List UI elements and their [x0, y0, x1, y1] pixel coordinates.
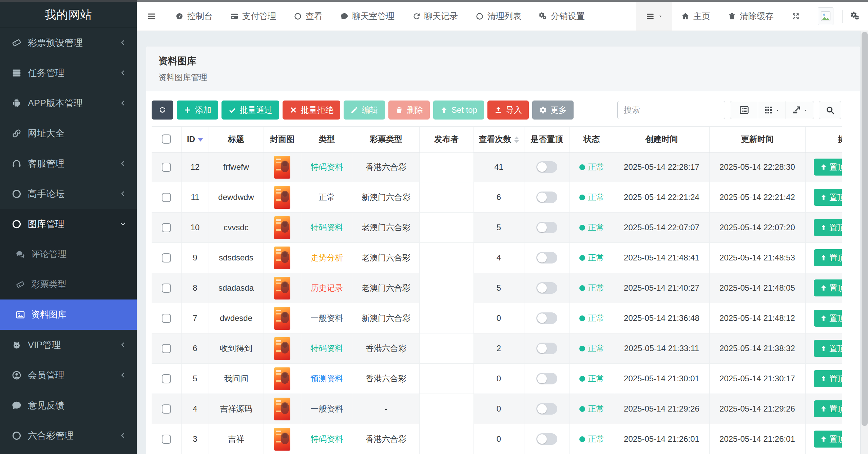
fullscreen-button[interactable] [783, 2, 809, 31]
column-label: 发布者 [434, 134, 459, 144]
gear-icon [539, 106, 547, 114]
sidebar-item-data-gallery[interactable]: 资料图库 [0, 299, 137, 330]
sidebar-item-comment-management[interactable]: 评论管理 [0, 239, 137, 269]
cover-thumbnail[interactable] [274, 156, 290, 179]
set-top-row-button[interactable]: 置顶 [814, 189, 842, 206]
columns-button[interactable] [758, 101, 786, 119]
cell-lottery-type: 新澳门六合彩 [353, 182, 419, 213]
toggle-view-button[interactable] [730, 101, 758, 119]
sidebar-item-label: APP版本管理 [28, 97, 83, 109]
sidebar-item-liuhecai-management[interactable]: 六合彩管理 [0, 420, 137, 451]
cover-thumbnail[interactable] [274, 277, 290, 299]
row-checkbox[interactable] [162, 374, 171, 383]
nav-item-chat-history[interactable]: 聊天记录 [403, 2, 467, 31]
avatar[interactable] [818, 7, 833, 25]
set-top-row-button[interactable]: 置顶 [814, 249, 842, 266]
nav-item-view[interactable]: 查看 [285, 2, 331, 31]
nav-item-console[interactable]: 控制台 [167, 2, 221, 31]
search-input[interactable] [617, 101, 725, 119]
nav-item-cleanup-list[interactable]: 清理列表 [467, 2, 530, 31]
table-header-查看次数[interactable]: 查看次数 [474, 127, 524, 152]
cell-updated-time: 2025-05-14 22:21:42 [709, 182, 805, 213]
nav-home[interactable]: 主页 [672, 2, 719, 31]
set-top-row-button[interactable]: 置顶 [814, 340, 842, 357]
cover-thumbnail[interactable] [274, 367, 290, 390]
server-icon [11, 67, 22, 79]
pinned-toggle[interactable] [536, 222, 557, 233]
row-checkbox[interactable] [162, 284, 171, 293]
sidebar-item-customer-service[interactable]: 客服管理 [0, 148, 137, 179]
set-top-row-button[interactable]: 置顶 [814, 370, 842, 387]
row-checkbox[interactable] [162, 163, 171, 172]
table-header-ID[interactable]: ID [181, 127, 209, 152]
select-all-checkbox[interactable] [162, 134, 171, 144]
sidebar-item-url-directory[interactable]: 网址大全 [0, 118, 137, 148]
pinned-toggle[interactable] [536, 433, 557, 445]
caret-down-icon [658, 14, 663, 19]
cell-lottery-type: 香港六合彩 [353, 364, 419, 394]
sidebar-item-expert-forum[interactable]: 高手论坛 [0, 179, 137, 209]
scrollbar-thumb[interactable] [862, 32, 868, 426]
sidebar-item-app-version[interactable]: APP版本管理 [0, 88, 137, 118]
row-checkbox[interactable] [162, 223, 171, 232]
sidebar-item-lottery-preset[interactable]: 彩票预设管理 [0, 28, 137, 58]
cover-thumbnail[interactable] [274, 428, 290, 451]
settings-gear-button[interactable] [843, 12, 868, 21]
cover-thumbnail[interactable] [274, 307, 290, 330]
column-label: 封面图 [270, 134, 294, 144]
sidebar-item-lottery-type[interactable]: 彩票类型 [0, 269, 137, 299]
sidebar-item-feedback[interactable]: 意见反馈 [0, 390, 137, 420]
pinned-toggle[interactable] [536, 161, 557, 173]
pinned-toggle[interactable] [536, 192, 557, 203]
sidebar-item-vip-management[interactable]: VIP管理 [0, 330, 137, 360]
row-checkbox[interactable] [162, 314, 171, 323]
sidebar-toggle-button[interactable] [137, 2, 167, 31]
row-checkbox[interactable] [162, 344, 171, 353]
add-button[interactable]: 添加 [177, 101, 218, 120]
pinned-toggle[interactable] [536, 403, 557, 415]
sidebar-item-gallery-management[interactable]: 图库管理 [0, 209, 137, 239]
nav-more-dropdown[interactable] [636, 2, 672, 31]
set-top-row-button[interactable]: 置顶 [814, 219, 842, 236]
more-button[interactable]: 更多 [532, 101, 574, 120]
nav-item-payment-management[interactable]: 支付管理 [221, 2, 285, 31]
set-top-row-button[interactable]: 置顶 [814, 431, 842, 448]
cover-thumbnail[interactable] [274, 398, 290, 420]
cell-cover [264, 394, 301, 424]
set-top-row-button[interactable]: 置顶 [814, 310, 842, 327]
sidebar-item-tasks[interactable]: 任务管理 [0, 58, 137, 88]
search-button[interactable] [819, 101, 841, 119]
cell-actions: 置顶 [805, 213, 842, 243]
nav-clear-cache[interactable]: 清除缓存 [719, 2, 783, 31]
set-top-row-button[interactable]: 置顶 [814, 400, 842, 417]
cover-thumbnail[interactable] [274, 216, 290, 239]
cover-thumbnail[interactable] [274, 337, 290, 360]
edit-button[interactable]: 编辑 [344, 101, 385, 120]
refresh-button[interactable] [152, 101, 173, 120]
cover-thumbnail[interactable] [274, 247, 290, 269]
nav-item-chatroom-management[interactable]: 聊天室管理 [331, 2, 403, 31]
set-top-button[interactable]: Set top [433, 101, 484, 120]
pinned-toggle[interactable] [536, 312, 557, 324]
arrow-up-icon [440, 106, 448, 114]
row-checkbox[interactable] [162, 404, 171, 414]
batch-approve-button[interactable]: 批量通过 [221, 101, 279, 120]
row-checkbox[interactable] [162, 193, 171, 202]
cover-thumbnail[interactable] [274, 186, 290, 209]
status-dot-icon [579, 436, 585, 442]
pinned-toggle[interactable] [536, 343, 557, 354]
cell-created-time: 2025-05-14 22:21:24 [614, 182, 709, 213]
set-top-row-button[interactable]: 置顶 [814, 159, 842, 176]
row-checkbox[interactable] [162, 435, 171, 444]
import-button[interactable]: 导入 [487, 101, 529, 120]
row-checkbox[interactable] [162, 253, 171, 262]
pinned-toggle[interactable] [536, 252, 557, 264]
delete-button[interactable]: 删除 [388, 101, 430, 120]
pinned-toggle[interactable] [536, 373, 557, 384]
set-top-row-button[interactable]: 置顶 [814, 279, 842, 296]
export-button[interactable] [786, 101, 814, 119]
batch-reject-button[interactable]: 批量拒绝 [283, 101, 340, 120]
nav-item-distribution-settings[interactable]: 分销设置 [530, 2, 594, 31]
pinned-toggle[interactable] [536, 282, 557, 294]
sidebar-item-member-management[interactable]: 会员管理 [0, 360, 137, 390]
